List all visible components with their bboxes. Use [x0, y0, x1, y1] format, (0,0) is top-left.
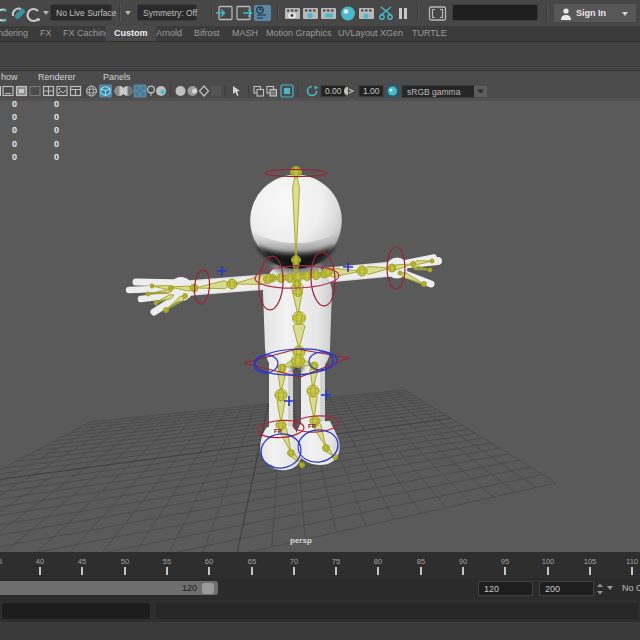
svg-text:FR: FR — [308, 423, 317, 429]
svg-text:0: 0 — [12, 99, 17, 109]
svg-text:0: 0 — [54, 139, 59, 149]
svg-text:sRGB gamma: sRGB gamma — [407, 87, 461, 97]
svg-text:FR: FR — [274, 428, 283, 434]
svg-text:0: 0 — [54, 152, 59, 162]
svg-text:0.00: 0.00 — [325, 86, 342, 96]
svg-text:0: 0 — [12, 125, 17, 135]
svg-text:0: 0 — [12, 139, 17, 149]
svg-text:0: 0 — [12, 112, 17, 122]
svg-text:0: 0 — [54, 99, 59, 109]
svg-text:0: 0 — [54, 112, 59, 122]
svg-text:0: 0 — [54, 125, 59, 135]
svg-text:0: 0 — [12, 152, 17, 162]
svg-text:1.00: 1.00 — [363, 86, 380, 96]
